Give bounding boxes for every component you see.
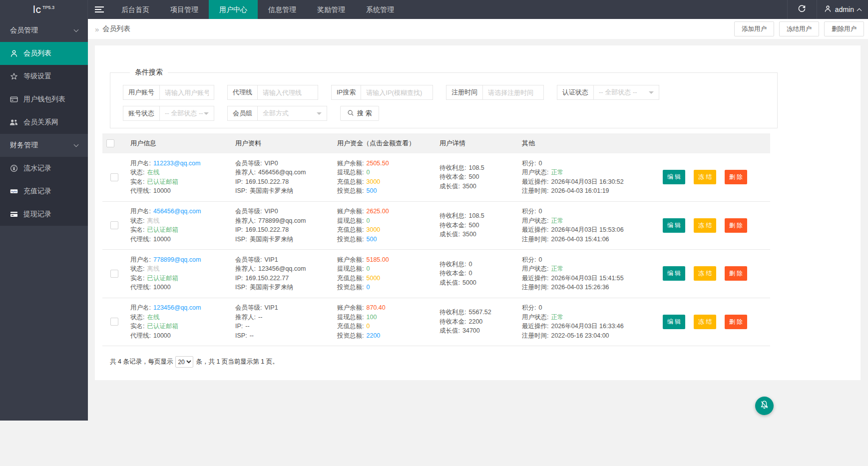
actions-cell: 编 辑 冻 结 删 除 (658, 298, 770, 346)
recharge-total-value[interactable]: 0 (366, 323, 370, 330)
realname-value: 已认证邮箱 (147, 275, 178, 282)
sidebar-item[interactable]: 会员列表 (0, 42, 88, 65)
delete-button[interactable]: 删 除 (725, 218, 747, 233)
balance-value[interactable]: 2625.00 (366, 208, 389, 215)
account-input[interactable] (160, 85, 214, 99)
username-link[interactable]: 123456@qq.com (153, 304, 201, 311)
edit-button[interactable]: 编 辑 (663, 266, 685, 281)
edit-button[interactable]: 编 辑 (663, 218, 685, 233)
search-button[interactable]: 搜 索 (340, 106, 379, 121)
freeze-button[interactable]: 冻 结 (694, 218, 716, 233)
auth-status-select[interactable]: -- 全部状态 -- (594, 85, 659, 99)
toolbar: 添加用户 冻结用户 删除用户 (729, 21, 864, 36)
username-link[interactable]: 112233@qq.com (153, 160, 200, 167)
chevron-up-icon (857, 8, 862, 13)
freeze-user-button[interactable]: 冻结用户 (779, 21, 819, 36)
realname-value: 已认证邮箱 (147, 323, 178, 330)
edit-button[interactable]: 编 辑 (663, 315, 685, 329)
ip-value: 169.150.222.78 (245, 178, 289, 185)
edit-button[interactable]: 编 辑 (663, 170, 685, 184)
agent-input[interactable] (258, 85, 318, 99)
invest-total-value[interactable]: 500 (366, 236, 377, 243)
user-profile-cell: 会员等级:VIP0 推荐人:778899@qq.com IP:169.150.2… (231, 201, 333, 250)
last-action-value: 2026年04月03日 16:30:52 (551, 178, 623, 185)
balance-value[interactable]: 2505.50 (366, 160, 389, 167)
table-row: 用户名:778899@qq.com 状态:离线 实名:已认证邮箱 代理线:100… (102, 250, 770, 298)
realname-value: 已认证邮箱 (147, 226, 178, 233)
points-value: 0 (538, 160, 542, 167)
invest-total-value[interactable]: 500 (366, 187, 377, 194)
level-value: VIP1 (264, 304, 278, 311)
username-link[interactable]: 456456@qq.com (153, 208, 201, 215)
freeze-button[interactable]: 冻 结 (694, 315, 716, 329)
card-icon (9, 210, 18, 218)
withdraw-total-value[interactable]: 0 (366, 217, 370, 224)
row-checkbox[interactable] (110, 173, 118, 181)
nav-item[interactable]: 用户中心 (209, 0, 258, 19)
sidebar-item[interactable]: 会员关系网 (0, 111, 88, 134)
member-table-body: 用户名:112233@qq.com 状态:在线 实名:已认证邮箱 代理线:100… (102, 153, 770, 346)
nav-item[interactable]: 奖励管理 (307, 0, 356, 19)
sidebar-item[interactable]: PayPal 充值记录 (0, 180, 88, 203)
refresh-button[interactable] (788, 0, 817, 19)
account-status-value: -- 全部状态 -- (165, 109, 203, 118)
delete-button[interactable]: 删 除 (725, 315, 747, 329)
star-icon (9, 72, 18, 80)
nav-item[interactable]: 系统管理 (356, 0, 405, 19)
recharge-total-value[interactable]: 3000 (366, 226, 380, 233)
row-checkbox[interactable] (110, 221, 118, 229)
level-value: VIP0 (264, 160, 278, 167)
balance-value[interactable]: 870.40 (366, 304, 385, 311)
col-header-user-profile: 用户资料 (231, 133, 333, 153)
withdraw-total-value[interactable]: 100 (366, 314, 377, 321)
row-checkbox[interactable] (110, 270, 118, 278)
delete-button[interactable]: 删 除 (725, 170, 747, 184)
user-detail-cell: 待收利息:5567.52 待收本金:2200 成长值:34700 (435, 298, 518, 346)
freeze-button[interactable]: 冻 结 (694, 170, 716, 184)
search-field-agent: 代理线 (227, 85, 318, 100)
nav-item[interactable]: 后台首页 (111, 0, 160, 19)
ip-value: -- (245, 323, 249, 330)
balance-value[interactable]: 5185.00 (366, 256, 389, 263)
select-all-checkbox[interactable] (106, 139, 114, 147)
delete-button[interactable]: 删 除 (725, 266, 747, 281)
col-header-user-funds: 用户资金（点击金额查看） (333, 133, 435, 153)
sidebar-group-finance-mgmt[interactable]: 财务管理 (0, 134, 88, 157)
search-field-ip: IP搜索 (331, 85, 433, 100)
online-status-value: 离线 (147, 265, 159, 272)
regtime-input[interactable] (483, 85, 543, 99)
row-checkbox[interactable] (110, 318, 118, 326)
account-status-select[interactable]: -- 全部状态 -- (160, 106, 214, 120)
nav-item[interactable]: 项目管理 (160, 0, 209, 19)
ip-label: IP搜索 (332, 85, 361, 99)
invest-total-value[interactable]: 2200 (366, 332, 380, 339)
auth-status-label: 认证状态 (557, 85, 594, 99)
admin-menu[interactable]: admin (817, 0, 868, 19)
menu-collapse-icon[interactable] (88, 0, 111, 19)
page-size-select[interactable]: 20 (175, 356, 193, 368)
nav-item[interactable]: 信息管理 (258, 0, 307, 19)
mute-notification-button[interactable] (755, 397, 774, 415)
member-group-select[interactable]: 全部方式 (258, 106, 327, 120)
referrer-value: 778899@qq.com (258, 217, 306, 224)
username-link[interactable]: 778899@qq.com (153, 256, 201, 263)
ip-input[interactable] (361, 85, 433, 99)
isp-value: 美国南卡罗来纳 (250, 236, 294, 243)
withdraw-total-value[interactable]: 0 (366, 169, 370, 176)
sidebar-item[interactable]: 等级设置 (0, 65, 88, 88)
delete-user-button[interactable]: 删除用户 (824, 21, 864, 36)
member-group-value: 全部方式 (263, 109, 289, 118)
invest-total-value[interactable]: 0 (366, 284, 370, 291)
sidebar-group-member-mgmt[interactable]: 会员管理 (0, 19, 88, 42)
freeze-button[interactable]: 冻 结 (694, 266, 716, 281)
recharge-total-value[interactable]: 5000 (366, 275, 380, 282)
isp-value: 美国南卡罗来纳 (250, 187, 294, 194)
sidebar-item[interactable]: 用户钱包列表 (0, 88, 88, 111)
sidebar-item[interactable]: 流水记录 (0, 157, 88, 180)
add-user-button[interactable]: 添加用户 (734, 21, 774, 36)
ip-value: 169.150.222.78 (245, 226, 289, 233)
sidebar-item[interactable]: 提现记录 (0, 203, 88, 226)
withdraw-total-value[interactable]: 0 (366, 265, 370, 272)
sidebar-item-label: 会员列表 (23, 49, 51, 58)
recharge-total-value[interactable]: 3000 (366, 178, 380, 185)
